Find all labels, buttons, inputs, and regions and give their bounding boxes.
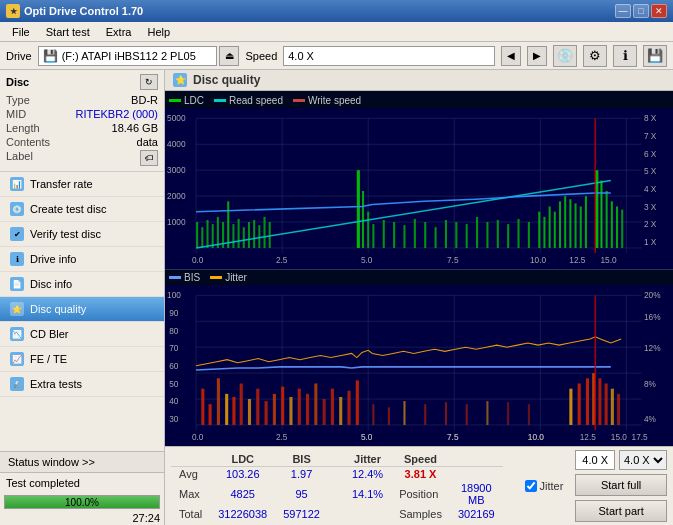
total-label: Total <box>171 507 210 521</box>
drive-select[interactable]: 💾 (F:) ATAPI iHBS112 2 PL05 <box>38 46 218 66</box>
avg-speed: 3.81 X <box>391 466 450 481</box>
svg-rect-116 <box>201 389 204 425</box>
stats-panel: LDC BIS Jitter Speed Avg 103.2 <box>165 446 673 525</box>
svg-text:2 X: 2 X <box>644 219 657 229</box>
svg-rect-48 <box>357 170 360 248</box>
svg-rect-78 <box>600 181 602 248</box>
menu-file[interactable]: File <box>4 24 38 40</box>
svg-text:12%: 12% <box>644 344 661 354</box>
save-button[interactable]: 💾 <box>643 45 667 67</box>
svg-rect-53 <box>393 222 395 248</box>
svg-text:60: 60 <box>169 361 179 371</box>
nav-drive-info[interactable]: ℹ Drive info <box>0 247 164 272</box>
speed-next-button[interactable]: ▶ <box>527 46 547 66</box>
menu-help[interactable]: Help <box>139 24 178 40</box>
svg-text:10.0: 10.0 <box>528 433 545 443</box>
svg-text:6 X: 6 X <box>644 149 657 159</box>
status-window-button[interactable]: Status window >> <box>0 452 164 473</box>
svg-rect-67 <box>538 212 540 248</box>
info-button[interactable]: ℹ <box>613 45 637 67</box>
svg-text:7 X: 7 X <box>644 131 657 141</box>
menu-bar: File Start test Extra Help <box>0 22 673 42</box>
start-part-button[interactable]: Start part <box>575 500 667 522</box>
svg-rect-118 <box>217 379 220 426</box>
svg-rect-35 <box>206 220 208 248</box>
svg-rect-37 <box>217 217 219 248</box>
disc-refresh-button[interactable]: ↻ <box>140 74 158 90</box>
svg-text:0.0: 0.0 <box>192 433 204 443</box>
nav-cd-bler[interactable]: 📉 CD Bler <box>0 322 164 347</box>
nav-transfer-rate[interactable]: 📊 Transfer rate <box>0 172 164 197</box>
jitter-checkbox[interactable] <box>525 480 537 492</box>
svg-rect-52 <box>383 220 385 248</box>
position-value: 18900 MB <box>450 481 503 507</box>
fe-te-icon: 📈 <box>10 352 24 366</box>
stats-max-row: Max 4825 95 14.1% Position 18900 MB <box>171 481 503 507</box>
svg-rect-123 <box>256 389 259 425</box>
svg-text:80: 80 <box>169 326 179 336</box>
speed-prev-button[interactable]: ◀ <box>501 46 521 66</box>
create-test-disc-icon: 💿 <box>10 202 24 216</box>
legend-writespeed: Write speed <box>293 95 361 106</box>
result-speed-display: 4.0 X <box>575 450 615 470</box>
disc-label-button[interactable]: 🏷 <box>140 150 158 166</box>
svg-rect-72 <box>564 196 566 248</box>
menu-extra[interactable]: Extra <box>98 24 140 40</box>
speed-select[interactable]: 4.0 X <box>283 46 495 66</box>
svg-text:5 X: 5 X <box>644 166 657 176</box>
drive-eject-button[interactable]: ⏏ <box>219 46 239 66</box>
window-controls: — □ ✕ <box>615 4 667 18</box>
max-jitter: 14.1% <box>344 481 391 507</box>
avg-bis: 1.97 <box>275 466 328 481</box>
svg-rect-152 <box>617 394 620 425</box>
samples-label: Samples <box>391 507 450 521</box>
svg-rect-59 <box>455 222 457 248</box>
svg-text:8 X: 8 X <box>644 113 657 123</box>
svg-rect-44 <box>253 220 255 248</box>
svg-rect-139 <box>424 405 426 426</box>
position-label: Position <box>391 481 450 507</box>
nav-disc-quality[interactable]: ⭐ Disc quality <box>0 297 164 322</box>
menu-starttest[interactable]: Start test <box>38 24 98 40</box>
verify-test-disc-icon: ✔ <box>10 227 24 241</box>
svg-rect-56 <box>424 222 426 248</box>
maximize-button[interactable]: □ <box>633 4 649 18</box>
disc-read-button[interactable]: 💿 <box>553 45 577 67</box>
nav-disc-info[interactable]: 📄 Disc info <box>0 272 164 297</box>
close-button[interactable]: ✕ <box>651 4 667 18</box>
svg-text:4000: 4000 <box>167 139 186 149</box>
svg-rect-122 <box>248 399 251 425</box>
svg-rect-73 <box>569 199 571 248</box>
legend-jitter-dot <box>210 276 222 279</box>
svg-rect-51 <box>372 224 374 248</box>
transfer-rate-icon: 📊 <box>10 177 24 191</box>
svg-rect-140 <box>445 402 447 425</box>
svg-rect-71 <box>559 201 561 248</box>
jitter-checkbox-container[interactable]: Jitter <box>525 480 563 492</box>
svg-rect-76 <box>585 196 587 248</box>
time-label: 27:24 <box>0 511 164 525</box>
nav-extra-tests[interactable]: 🔬 Extra tests <box>0 372 164 397</box>
disc-section: Disc ↻ Type BD-R MID RITEKBR2 (000) Leng… <box>0 70 164 172</box>
nav-create-test-disc[interactable]: 💿 Create test disc <box>0 197 164 222</box>
nav-verify-test-disc[interactable]: ✔ Verify test disc <box>0 222 164 247</box>
svg-rect-120 <box>232 397 235 425</box>
svg-rect-54 <box>403 225 405 248</box>
svg-text:3 X: 3 X <box>644 202 657 212</box>
start-full-button[interactable]: Start full <box>575 474 667 496</box>
chart-title: Disc quality <box>193 73 260 87</box>
disc-type-label: Type <box>6 94 30 106</box>
nav-fe-te[interactable]: 📈 FE / TE <box>0 347 164 372</box>
svg-rect-41 <box>238 219 240 248</box>
cd-bler-icon: 📉 <box>10 327 24 341</box>
speed-dropdown[interactable]: 4.0 X 2.0 X 1.0 X <box>619 450 667 470</box>
settings-button[interactable]: ⚙ <box>583 45 607 67</box>
svg-rect-131 <box>323 399 326 425</box>
svg-rect-125 <box>273 394 276 425</box>
legend-writespeed-dot <box>293 99 305 102</box>
chart-title-icon: ⭐ <box>173 73 187 87</box>
minimize-button[interactable]: — <box>615 4 631 18</box>
legend-bis-dot <box>169 276 181 279</box>
legend-ldc: LDC <box>169 95 204 106</box>
max-label: Max <box>171 481 210 507</box>
